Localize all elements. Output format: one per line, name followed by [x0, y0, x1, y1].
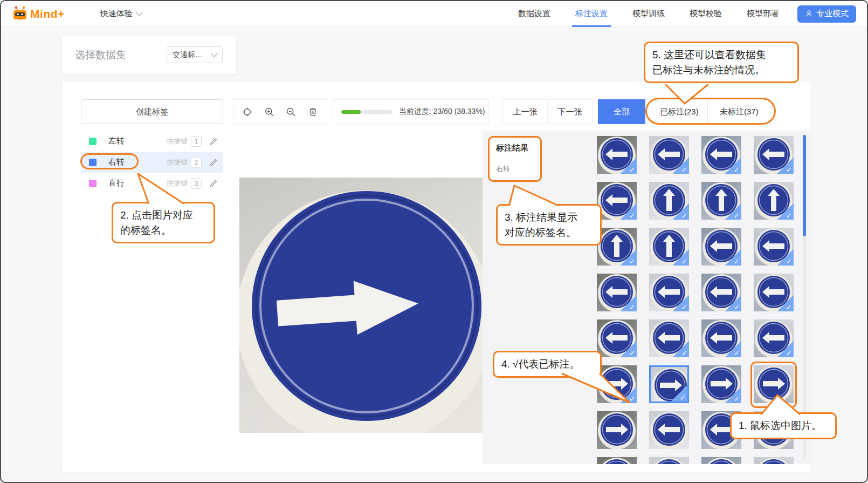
thumbnail-right[interactable]	[597, 365, 637, 403]
edit-label-icon[interactable]	[209, 158, 218, 167]
annotation-result-card: 标注结果 右转	[488, 136, 542, 182]
current-image	[239, 178, 483, 433]
crosshair-icon[interactable]	[242, 107, 252, 117]
left-arrow-sign	[649, 457, 689, 464]
thumbnail-left[interactable]	[754, 228, 794, 266]
thumbnail-left[interactable]	[701, 457, 741, 464]
nav-tab-item[interactable]: 数据设置	[518, 1, 550, 27]
progress-bar-fill	[341, 110, 361, 114]
labeled-check-icon	[777, 203, 794, 220]
labeled-check-icon	[725, 158, 741, 174]
thumbnail-up[interactable]	[701, 182, 741, 220]
thumbnail-left[interactable]	[754, 136, 794, 174]
mode-select-dropdown[interactable]: 快速体验	[100, 9, 142, 19]
thumbnail-left[interactable]	[649, 411, 689, 449]
label-color-swatch	[89, 180, 97, 187]
right-arrow-sign	[754, 365, 794, 403]
image-viewer[interactable]	[233, 131, 483, 464]
thumbnail-left[interactable]	[597, 457, 637, 464]
labeled-check-icon	[621, 387, 637, 403]
hotkey-label: 快捷键	[167, 137, 188, 146]
thumbnail-up[interactable]	[649, 228, 689, 266]
labeled-check-icon	[673, 249, 689, 266]
thumbnail-left[interactable]	[597, 136, 637, 174]
thumbnail-right-selected[interactable]	[649, 365, 689, 403]
label-row[interactable]: 直行快捷键3	[81, 173, 223, 194]
nav-tab-item[interactable]: 模型训练	[632, 1, 665, 27]
nav-tab-item[interactable]: 模型校验	[690, 1, 722, 27]
hotkey-key: 3	[191, 178, 202, 189]
thumbnail-left[interactable]	[701, 136, 741, 174]
dataset-card: 选择数据集 交通标…	[62, 36, 236, 74]
robot-logo-icon	[12, 6, 28, 22]
filter-all-button[interactable]: 全部	[598, 99, 645, 124]
thumbnail-left[interactable]	[597, 182, 637, 220]
hotkey-key: 1	[191, 136, 202, 147]
labeled-check-icon	[671, 385, 687, 402]
labeled-check-icon	[777, 341, 794, 357]
pro-mode-button[interactable]: 专业模式	[797, 5, 856, 23]
chevron-down-icon	[136, 9, 143, 16]
top-navbar: Mind+ 快速体验 数据设置标注设置模型训练模型校验模型部署 专业模式	[1, 1, 867, 27]
right-turn-sign-image	[239, 178, 483, 433]
labeled-check-icon	[621, 295, 637, 311]
thumbnail-up[interactable]	[597, 228, 637, 266]
next-image-button[interactable]: 下一张	[547, 100, 592, 124]
labeled-check-icon	[725, 249, 741, 266]
labeled-check-icon	[777, 295, 794, 311]
thumb-scrollbar-handle[interactable]	[803, 135, 806, 236]
labeled-check-icon	[777, 249, 794, 266]
thumbnail-left[interactable]	[754, 319, 794, 357]
labeled-check-icon	[725, 295, 741, 311]
filter-labeled-button[interactable]: 已标注(23)	[651, 100, 707, 124]
nav-tab-active[interactable]: 标注设置	[575, 1, 608, 27]
thumbnail-right[interactable]	[701, 365, 741, 403]
annotation-result-value: 右转	[496, 164, 534, 174]
thumbnail-left[interactable]	[701, 319, 741, 357]
labeled-check-icon	[725, 341, 741, 357]
right-arrow-sign	[597, 411, 637, 449]
left-arrow-sign	[649, 411, 689, 449]
prev-next-group: 上一张 下一张	[502, 99, 593, 124]
trash-icon[interactable]	[308, 107, 318, 117]
thumbnail-right[interactable]	[597, 411, 637, 449]
label-row[interactable]: 右转快捷键2	[81, 152, 223, 173]
create-label-button[interactable]: 创建标签	[81, 99, 223, 124]
progress-bar	[341, 110, 392, 114]
left-arrow-sign	[701, 457, 741, 464]
thumbnail-up[interactable]	[754, 182, 794, 220]
thumbnail-left[interactable]	[701, 274, 741, 311]
labeled-check-icon	[725, 203, 741, 220]
thumbnail-left[interactable]	[649, 319, 689, 357]
filter-unlabeled-button[interactable]: 未标注(37)	[707, 100, 770, 124]
edit-label-icon[interactable]	[209, 137, 218, 146]
zoom-out-icon[interactable]	[286, 107, 296, 117]
logo-text: Mind+	[30, 8, 65, 21]
thumbnail-left[interactable]	[701, 228, 741, 266]
thumb-scrollbar	[803, 135, 806, 459]
dataset-select-dropdown[interactable]: 交通标…	[167, 46, 223, 63]
labeled-check-icon	[673, 295, 689, 311]
thumbnail-left[interactable]	[754, 457, 794, 464]
hotkey-label: 快捷键	[167, 179, 188, 188]
prev-image-button[interactable]: 上一张	[503, 100, 547, 124]
label-color-swatch	[89, 159, 97, 166]
thumbnail-left[interactable]	[649, 136, 689, 174]
labeled-check-icon	[725, 387, 741, 403]
thumbnail-right-ringed[interactable]	[754, 365, 794, 403]
nav-tab-item[interactable]: 模型部署	[747, 1, 779, 27]
edit-label-icon[interactable]	[209, 179, 218, 188]
thumbnail-left[interactable]	[649, 457, 689, 464]
annotation-workspace: 创建标签 左转快捷键1右转快捷键2直行快捷键3 当前进度: 23/60 (38.…	[62, 82, 811, 472]
zoom-in-icon[interactable]	[264, 107, 274, 117]
labeled-check-icon	[621, 341, 637, 357]
thumbnail-left[interactable]	[597, 319, 637, 357]
left-arrow-sign	[754, 457, 794, 464]
thumbnail-left[interactable]	[649, 274, 689, 311]
callout-5: 5. 这里还可以查看数据集 已标注与未标注的情况。	[644, 42, 799, 83]
thumbnail-left[interactable]	[597, 274, 637, 311]
chevron-down-icon	[211, 50, 218, 57]
label-row[interactable]: 左转快捷键1	[81, 131, 223, 152]
thumbnail-up[interactable]	[649, 182, 689, 220]
thumbnail-left[interactable]	[754, 274, 794, 311]
